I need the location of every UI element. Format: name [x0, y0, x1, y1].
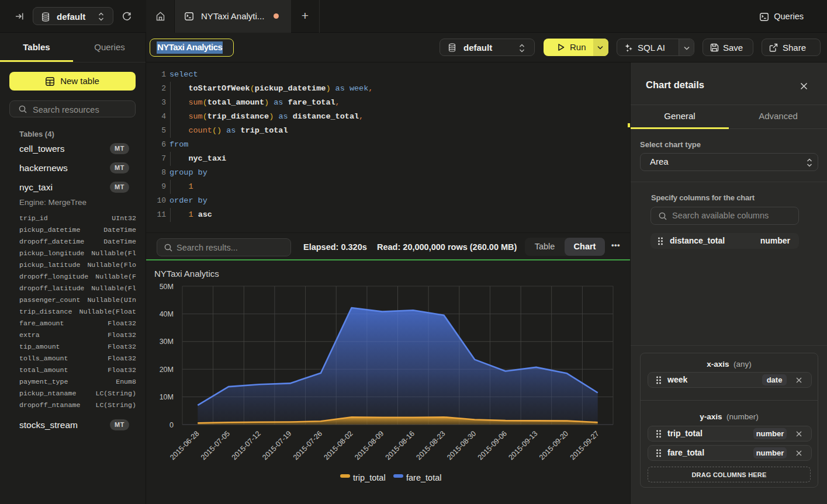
svg-text:40M: 40M — [160, 310, 174, 318]
svg-text:2015-08-16: 2015-08-16 — [384, 429, 416, 461]
svg-text:10M: 10M — [160, 393, 174, 401]
svg-text:2015-08-23: 2015-08-23 — [415, 429, 447, 461]
svg-text:30M: 30M — [160, 338, 174, 346]
svg-text:2015-07-12: 2015-07-12 — [230, 429, 262, 461]
svg-text:2015-09-27: 2015-09-27 — [569, 429, 601, 461]
svg-text:2015-09-06: 2015-09-06 — [476, 429, 508, 461]
svg-text:trip_total: trip_total — [353, 473, 386, 482]
svg-text:2015-08-30: 2015-08-30 — [445, 429, 477, 461]
svg-text:2015-09-20: 2015-09-20 — [538, 429, 570, 461]
svg-text:50M: 50M — [160, 283, 174, 291]
svg-text:2015-07-05: 2015-07-05 — [199, 429, 231, 461]
svg-text:fare_total: fare_total — [406, 473, 441, 482]
svg-text:2015-09-13: 2015-09-13 — [507, 429, 539, 461]
svg-text:NYTaxi Analytics: NYTaxi Analytics — [154, 269, 219, 279]
svg-text:2015-07-26: 2015-07-26 — [292, 429, 324, 461]
svg-text:20M: 20M — [160, 366, 174, 374]
svg-text:2015-08-02: 2015-08-02 — [323, 429, 355, 461]
svg-text:2015-07-19: 2015-07-19 — [261, 429, 293, 461]
svg-text:0: 0 — [169, 421, 174, 429]
svg-text:2015-06-28: 2015-06-28 — [168, 429, 200, 461]
svg-text:2015-08-09: 2015-08-09 — [353, 429, 385, 461]
